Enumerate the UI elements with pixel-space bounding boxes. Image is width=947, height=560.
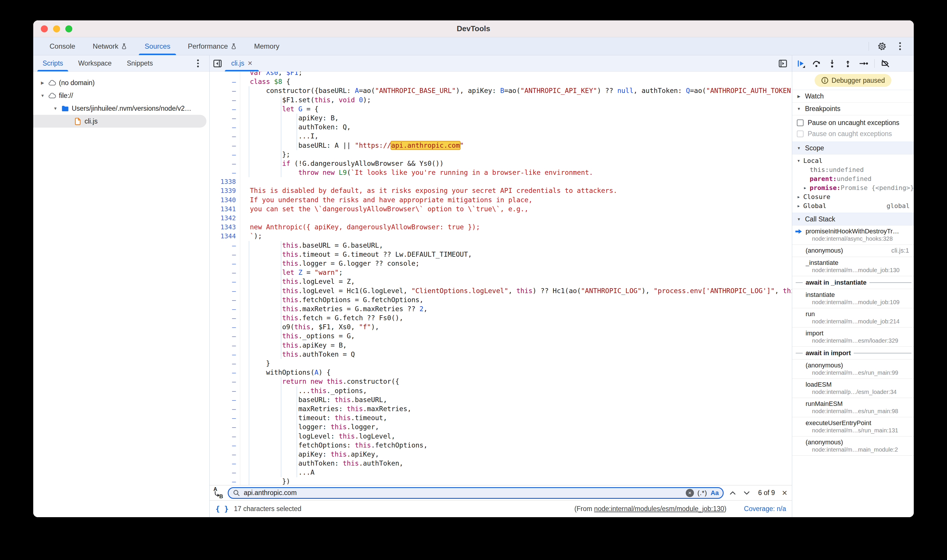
line-gutter[interactable]: – (210, 114, 240, 123)
code-line[interactable]: – fetchOptions: this.fetchOptions, (210, 441, 792, 450)
line-gutter[interactable]: – (210, 441, 240, 450)
tab-workspace[interactable]: Workspace (71, 55, 119, 71)
call-stack-frame[interactable]: importnode:internal/m…esm/loader:329 (792, 328, 914, 347)
line-gutter[interactable]: – (210, 368, 240, 377)
call-stack-frame[interactable]: executeUserEntryPointnode:internal/m…s/r… (792, 417, 914, 437)
tree-item[interactable]: ▼file:// (33, 89, 209, 102)
call-stack-frame[interactable]: (anonymous)cli.js:1 (792, 245, 914, 257)
pretty-print-button[interactable]: { } (216, 505, 228, 513)
search-input[interactable] (244, 489, 682, 497)
settings-button[interactable] (877, 42, 887, 51)
code-text[interactable] (240, 177, 250, 186)
tree-item[interactable]: ▼Users/jinhuilee/.nvm/versions/node/v2… (33, 102, 209, 115)
code-text[interactable]: this._options = G, (240, 332, 355, 341)
line-gutter[interactable]: – (210, 414, 240, 423)
more-options-button[interactable] (895, 42, 905, 51)
code-line[interactable]: – authToken: this.authToken, (210, 459, 792, 468)
code-line[interactable]: – this.baseURL = G.baseURL, (210, 241, 792, 250)
minimize-window-button[interactable] (53, 25, 60, 32)
step-button[interactable] (859, 58, 868, 68)
code-line[interactable]: – logLevel: this.logLevel, (210, 432, 792, 441)
code-text[interactable]: apiKey: this.apiKey, (240, 450, 379, 459)
tab-snippets[interactable]: Snippets (119, 55, 160, 71)
code-line[interactable]: – this.fetch = G.fetch ?? Fs0(), (210, 314, 792, 323)
code-line[interactable]: – baseURL: this.baseURL, (210, 395, 792, 405)
code-line[interactable]: – $F1.set(this, void 0); (210, 95, 792, 105)
resume-button[interactable] (796, 58, 805, 68)
line-gutter[interactable]: – (210, 395, 240, 405)
line-gutter[interactable]: – (210, 341, 240, 350)
section-call-stack[interactable]: ▼ Call Stack (792, 213, 914, 226)
tab-memory[interactable]: Memory (245, 37, 288, 55)
scope-group[interactable]: ▶Closure (792, 192, 914, 202)
disclosure-arrow-icon[interactable]: ▶ (39, 80, 47, 85)
code-text[interactable]: this.logLevel = Hc1(G.logLevel, "ClientO… (240, 286, 792, 295)
code-text[interactable]: ...A (240, 468, 315, 477)
breakpoint-toggle-row[interactable]: Pause on caught exceptions (792, 128, 914, 139)
scope-variable[interactable]: parent: undefined (792, 174, 914, 183)
match-case-toggle[interactable]: Aa (711, 489, 719, 497)
code-line[interactable]: – }) (210, 477, 792, 485)
code-text[interactable]: o9(this, $F1, Xs0, "f"), (240, 323, 379, 332)
section-breakpoints[interactable]: ▼ Breakpoints (792, 103, 914, 115)
line-gutter[interactable]: 1339 (210, 186, 240, 195)
code-text[interactable]: this.timeout = G.timeout ?? Lw.DEFAULT_T… (240, 250, 472, 259)
tab-console[interactable]: Console (41, 37, 84, 55)
line-gutter[interactable]: 1342 (210, 214, 240, 223)
code-line[interactable]: – withOptions(A) { (210, 368, 792, 377)
code-line[interactable]: – this.authToken = Q (210, 350, 792, 359)
line-gutter[interactable]: – (210, 277, 240, 286)
deactivate-breakpoints-button[interactable] (881, 58, 890, 68)
disclosure-arrow-icon[interactable]: ▼ (39, 93, 47, 98)
line-gutter[interactable]: 1343 (210, 223, 240, 232)
line-gutter[interactable]: – (210, 168, 240, 177)
code-line[interactable]: – timeout: this.timeout, (210, 414, 792, 423)
code-line[interactable]: – }; (210, 150, 792, 159)
code-text[interactable]: this.logLevel = Z, (240, 277, 355, 286)
line-gutter[interactable]: – (210, 95, 240, 105)
code-text[interactable]: this.baseURL = G.baseURL, (240, 241, 383, 250)
close-search-button[interactable]: × (782, 488, 787, 497)
clear-search-button[interactable]: × (686, 489, 694, 497)
code-text[interactable]: var Xs0, $F1; (240, 72, 302, 77)
call-stack-frame[interactable]: (anonymous)node:internal/m…es/run_main:9… (792, 360, 914, 379)
step-out-button[interactable] (843, 58, 853, 68)
line-gutter[interactable]: – (210, 459, 240, 468)
zoom-window-button[interactable] (65, 25, 72, 32)
close-tab-icon[interactable]: × (248, 60, 253, 67)
line-gutter[interactable]: – (210, 123, 240, 132)
line-gutter[interactable]: 1338 (210, 177, 240, 186)
navigator-more-button[interactable] (193, 58, 203, 68)
code-text[interactable]: let G = { (240, 105, 318, 114)
code-line[interactable]: 1341you can set the \`dangerouslyAllowBr… (210, 205, 792, 214)
code-line[interactable]: – ...this._options, (210, 386, 792, 395)
line-gutter[interactable]: 1344 (210, 232, 240, 241)
close-window-button[interactable] (41, 25, 48, 32)
code-line[interactable]: – } (210, 359, 792, 368)
line-gutter[interactable]: – (210, 423, 240, 431)
checkbox[interactable] (797, 131, 804, 137)
code-line[interactable]: – apiKey: B, (210, 114, 792, 123)
call-stack-frame[interactable]: instantiatenode:internal/m…module_job:10… (792, 289, 914, 308)
previous-match-button[interactable] (728, 488, 738, 498)
tab-scripts[interactable]: Scripts (35, 55, 71, 71)
code-line[interactable]: – if (!G.dangerouslyAllowBrowser && Ys0(… (210, 159, 792, 168)
line-gutter[interactable]: – (210, 150, 240, 159)
line-gutter[interactable]: – (210, 286, 240, 295)
code-text[interactable]: apiKey: B, (240, 114, 339, 123)
line-gutter[interactable]: – (210, 250, 240, 259)
step-into-button[interactable] (827, 58, 837, 68)
code-text[interactable]: this.logger = G.logger ?? console; (240, 259, 420, 268)
line-gutter[interactable]: 1341 (210, 205, 240, 214)
line-gutter[interactable]: – (210, 86, 240, 95)
call-stack-frame[interactable]: promiseInitHookWithDestroyTr…node:intern… (792, 226, 914, 245)
code-text[interactable]: class $8 { (240, 77, 290, 86)
line-gutter[interactable]: – (210, 141, 240, 150)
line-gutter[interactable]: – (210, 477, 240, 485)
code-text[interactable]: this.maxRetries = G.maxRetries ?? 2, (240, 305, 427, 314)
line-gutter[interactable]: – (210, 132, 240, 141)
code-line[interactable]: – maxRetries: this.maxRetries, (210, 405, 792, 414)
line-gutter[interactable]: – (210, 377, 240, 386)
call-stack-frame[interactable]: runnode:internal/m…module_job:214 (792, 308, 914, 328)
line-gutter[interactable]: – (210, 450, 240, 459)
